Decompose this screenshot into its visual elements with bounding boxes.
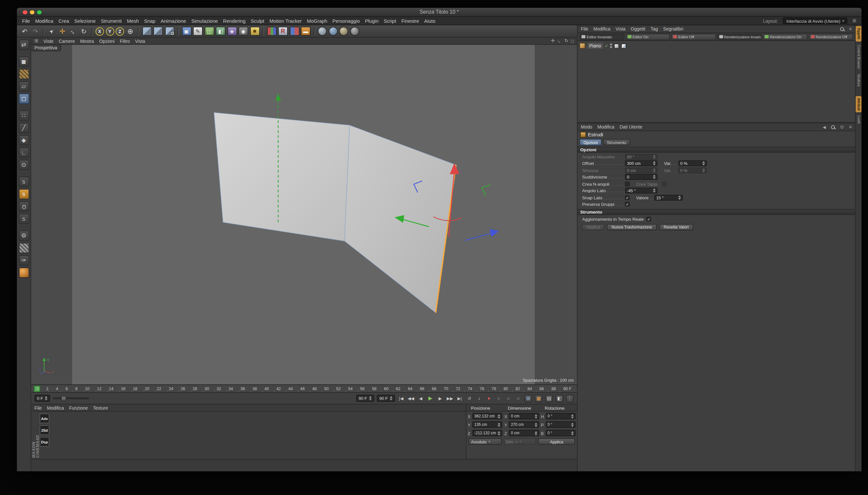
modeling-settings-button[interactable]: ⚙ (18, 231, 29, 241)
suddivisione-field[interactable]: 0 (625, 174, 657, 180)
attribute-menu-item[interactable]: Modifica (597, 125, 614, 129)
auto-snap-button[interactable]: S (18, 189, 29, 199)
record-rotation-button[interactable]: ○ (514, 394, 522, 403)
add-generator-button[interactable]: ◧ (216, 27, 226, 36)
section-strumento[interactable]: Strumento (577, 209, 855, 215)
add-camera-button[interactable]: ◉ (239, 27, 248, 36)
render-picture-viewer-button[interactable] (153, 27, 163, 36)
material-thumbnail[interactable]: Adv (39, 413, 49, 423)
goto-end-button[interactable]: ▶| (456, 394, 463, 403)
viewport-menu-item[interactable]: Mostra (80, 39, 94, 43)
manager-menu-icon[interactable]: ≡ (849, 125, 852, 129)
object-manager-menu-item[interactable]: Vista (616, 27, 626, 31)
object-manager-menu-item[interactable]: Modifica (593, 27, 610, 31)
coordinate-header[interactable]: Rotazione (540, 405, 577, 410)
render-settings-button[interactable]: ⚙ (165, 27, 175, 36)
end-frame-field[interactable]: 90 F (356, 395, 374, 402)
object-manager-menu-item[interactable]: File (581, 27, 588, 31)
offset-field[interactable]: 300 cm (625, 161, 657, 167)
next-frame-button[interactable]: ▶ (437, 394, 444, 403)
pan-view-icon[interactable]: ✛ (551, 38, 555, 44)
dimension-mode-dropdown[interactable]: Dim. +▾ (503, 438, 536, 445)
position-z-field[interactable]: -212.132 cm (472, 430, 503, 437)
layout-grid-icon[interactable]: ⊞ (852, 18, 856, 23)
autokey-button[interactable]: ⊞ (524, 394, 532, 402)
filter-editor-unchanged[interactable]: Editor Invariato (579, 33, 624, 40)
rotation-h-field[interactable]: 0 ° (545, 413, 576, 420)
tab-strumento[interactable]: Strumento (603, 139, 630, 146)
loop-button[interactable]: ↺ (466, 394, 473, 403)
viewport-menu-item[interactable]: Opzioni (99, 39, 114, 43)
viewport-menu-item[interactable]: Vista (135, 39, 145, 43)
menu-item[interactable]: Mesh (127, 18, 139, 24)
search-icon[interactable] (840, 27, 844, 31)
filter-editor-off[interactable]: Editor Off (671, 33, 716, 40)
tab-content-browser[interactable]: Content Browser (856, 42, 862, 71)
menu-item[interactable]: Finestre (402, 18, 419, 24)
z-axis-lock-button[interactable]: Z (116, 27, 124, 35)
material-menu-item[interactable]: Modifica (47, 405, 64, 410)
blue-axis-handle[interactable] (465, 233, 491, 240)
dimension-x-field[interactable]: 0 cm (509, 413, 539, 420)
minimize-window-button[interactable] (30, 10, 34, 14)
material-thumbnail[interactable]: 2Sd (39, 425, 49, 435)
green-angle-handle[interactable] (482, 185, 491, 196)
snap-lato-checkbox[interactable]: ✓ (625, 195, 629, 200)
menu-item[interactable]: MoGraph (307, 18, 327, 24)
filter-renderer-off[interactable]: Renderizzatore Off (808, 33, 853, 40)
tab-oggetti[interactable]: Oggetti (856, 26, 862, 41)
object-row-piano[interactable]: Piano ✓ (579, 42, 853, 49)
object-enabled-check-icon[interactable]: ✓ (605, 43, 608, 48)
transport-options-button[interactable]: ⋮ (566, 394, 574, 402)
workplane-mode-button[interactable]: ▱ (18, 81, 29, 91)
points-mode-button[interactable]: ∷ (18, 110, 29, 121)
applica-button[interactable]: Applica (582, 224, 605, 230)
menu-item[interactable]: Plugin (365, 18, 379, 24)
next-key-button[interactable]: ▶▶ (446, 394, 454, 403)
viewport-menu-item[interactable]: Camere (59, 39, 75, 43)
quantize-button[interactable]: S (18, 214, 29, 224)
add-primitive-button[interactable]: ▣ (182, 27, 191, 36)
object-manager-menu-item[interactable]: Tag (651, 27, 658, 31)
menu-item[interactable]: Snap (144, 18, 155, 24)
menu-item[interactable]: Animazione (161, 18, 186, 24)
dimension-z-field[interactable]: 0 cm (509, 430, 539, 437)
object-tree[interactable]: Piano ✓ (577, 41, 855, 122)
crea-nangoli-checkbox[interactable] (625, 182, 629, 186)
filter-renderer-on[interactable]: Renderizzatore On (763, 33, 807, 40)
object-mode-button[interactable]: ◻ (18, 93, 29, 104)
magnet-snap-button[interactable]: Ω (18, 201, 29, 211)
sculpt-mode-button[interactable] (18, 268, 29, 278)
angolo-massimo-field[interactable]: 89 ° (625, 154, 657, 160)
history-back-icon[interactable]: ◀ (823, 125, 826, 129)
material-menu-item[interactable]: Texture (93, 405, 108, 410)
move-tool-button[interactable]: ✛ (58, 26, 67, 36)
attribute-menu-item[interactable]: Modo (581, 125, 592, 129)
menu-item[interactable]: Selezione (75, 18, 96, 24)
play-button[interactable]: ▶ (427, 394, 434, 403)
goto-start-button[interactable]: |◀ (398, 394, 405, 403)
position-x-field[interactable]: 362.132 cm (472, 413, 503, 420)
render-engine-button[interactable]: R (278, 27, 288, 36)
object-manager-menu-item[interactable]: Segnalibri (663, 27, 683, 31)
axis-lock-button[interactable]: ⊙ (18, 160, 29, 170)
blue-axis-arrowhead[interactable] (490, 229, 499, 237)
add-floor-button[interactable]: ▬ (301, 27, 311, 36)
display-colors-button[interactable] (267, 27, 276, 36)
menu-item[interactable]: Simulazione (191, 18, 218, 24)
resetta-valori-button[interactable]: Resetta Valori (659, 224, 693, 230)
material-menu-item[interactable]: Funzione (69, 405, 88, 410)
view-label[interactable]: Prospettiva (31, 45, 61, 51)
record-scale-button[interactable]: ○ (505, 394, 512, 403)
object-name[interactable]: Piano (587, 43, 603, 49)
smussa-field[interactable]: 5 cm (625, 168, 657, 173)
make-editable-button[interactable]: ⇄ (18, 39, 29, 50)
rotation-b-field[interactable]: 0 ° (545, 430, 576, 437)
model-mode-button[interactable]: ◼ (18, 56, 29, 67)
prev-frame-button[interactable]: ◀ (417, 394, 424, 403)
power-slider-thumb[interactable] (61, 396, 66, 401)
visibility-dots[interactable] (610, 44, 612, 48)
menu-item[interactable]: Motion Tracker (269, 18, 302, 24)
menu-item[interactable]: File (22, 18, 30, 24)
stage-button[interactable] (339, 27, 348, 36)
